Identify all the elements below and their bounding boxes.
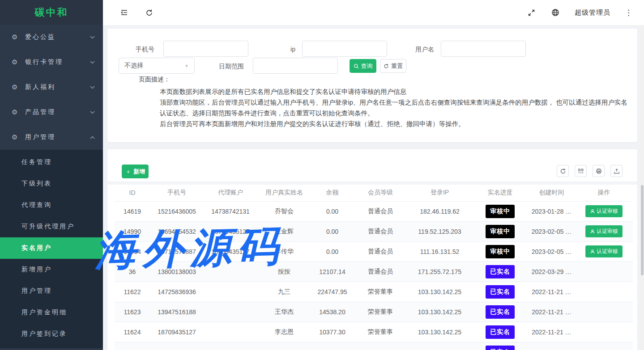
refresh-page-icon[interactable] (144, 8, 154, 17)
sidebar-nav: ⚙ 爱心公益 ⚙ 银行卡管理 ⚙ 新人福利 ⚙ 产品管理 ⚙ 用户管理 任务管理… (0, 25, 103, 348)
fullscreen-icon[interactable] (526, 8, 536, 17)
sidebar-item-product[interactable]: ⚙ 产品管理 (0, 100, 103, 125)
current-user[interactable]: 超级管理员 (575, 8, 610, 17)
audit-button[interactable]: 认证审核 (585, 225, 623, 237)
table-row: 已实名 (115, 342, 633, 350)
kebab-menu-icon[interactable]: ⋮ (625, 8, 632, 17)
col-header-created: 创建时间 (528, 185, 575, 201)
table-refresh-icon[interactable] (557, 165, 569, 177)
submenu-item-upgradable-agent[interactable]: 可升级代理用户 (0, 216, 103, 237)
cell-status: 已实名 (472, 342, 528, 350)
cell-balance: 0.00 (311, 221, 354, 241)
submenu-item-user-checkin[interactable]: 用户签到记录 (0, 323, 103, 345)
add-user-button[interactable]: ＋ 新增 (122, 164, 149, 178)
cell-phone: 18709435127 (150, 322, 204, 342)
description-line: 本页面数据列表展示的是所有已实名用户信息和提交了实名认证申请待审核的用户信息 (160, 86, 632, 97)
cell-created: 2022-11-21 … (528, 322, 575, 342)
ip-label: ip (255, 46, 295, 53)
sidebar-item-charity[interactable]: ⚙ 爱心公益 (0, 25, 103, 50)
gear-icon: ⚙ (12, 83, 20, 91)
search-button[interactable]: 查询 (350, 59, 376, 73)
cell-ip: 103.130.142.25 (407, 302, 472, 322)
chevron-down-icon (90, 36, 95, 39)
submenu-item-subordinate-list[interactable]: 下级列表 (0, 173, 103, 194)
cell-phone: 15713576887 (150, 241, 204, 261)
status-badge: 审核中 (486, 205, 515, 218)
cell-balance: 12107.14 (311, 261, 354, 282)
col-header-level: 会员等级 (354, 185, 407, 201)
cell-level: 普通会员 (354, 261, 407, 282)
col-header-actions: 操作 (575, 185, 633, 201)
collapse-sidebar-icon[interactable] (119, 8, 129, 17)
cell-level: 普通会员 (354, 241, 407, 261)
realname-users-table: ID 手机号 代理账户 用户真实姓名 余额 会员等级 登录IP 实名进度 创建时… (115, 185, 633, 350)
reset-button[interactable]: 重置 (380, 59, 406, 73)
submenu-item-user-management[interactable]: 用户管理 (0, 280, 103, 302)
audit-button[interactable]: 认证审核 (585, 245, 623, 257)
col-header-status: 实名进度 (472, 185, 528, 201)
cell-name: 王华杰 (257, 302, 311, 322)
page-scrollbar[interactable] (640, 25, 644, 350)
top-bar: 超级管理员 ⋮ (103, 0, 644, 25)
language-globe-icon[interactable] (550, 8, 560, 17)
page-description-title: 页面描述： (139, 76, 170, 84)
cell-name: 按按 (257, 261, 311, 282)
scrollbar-thumb[interactable] (641, 185, 644, 275)
print-icon[interactable] (593, 165, 605, 177)
table-row: 1162214725836936九三224747.95荣誉董事103.130.1… (115, 282, 633, 302)
cell-agent: 18709435127 (204, 241, 257, 261)
submenu-item-task[interactable]: 任务管理 (0, 152, 103, 173)
status-badge: 已实名 (486, 325, 515, 339)
chevron-down-icon (90, 86, 95, 89)
cell-actions: 认证审核 (575, 241, 633, 261)
sidebar-item-label: 爱心公益 (25, 33, 90, 41)
sidebar-item-label: 产品管理 (25, 108, 90, 116)
cell-id: 14619 (115, 201, 150, 221)
cell-balance: 0.00 (311, 201, 354, 221)
phone-input[interactable] (163, 41, 248, 57)
cell-ip: 171.255.72.175 (407, 261, 472, 282)
cell-level: 荣誉董事 (354, 302, 407, 322)
sidebar-item-bankcard[interactable]: ⚙ 银行卡管理 (0, 50, 103, 75)
sidebar-item-newcomer[interactable]: ⚙ 新人福利 (0, 75, 103, 100)
export-icon[interactable] (610, 165, 623, 177)
gear-icon: ⚙ (12, 58, 20, 66)
cell-agent: 18709435127 (204, 221, 257, 241)
add-button-label: 新增 (133, 168, 145, 176)
sidebar-item-label: 用户管理 (25, 133, 90, 141)
cell-id: 36 (115, 261, 150, 282)
date-range-input[interactable] (253, 58, 338, 74)
status-badge: 已实名 (486, 346, 515, 350)
audit-button-label: 认证审核 (597, 248, 618, 255)
status-badge: 已实名 (486, 285, 515, 299)
cell-actions (575, 302, 633, 322)
cell-status: 审核中 (472, 241, 528, 261)
submenu-item-agent-query[interactable]: 代理查询 (0, 194, 103, 216)
phone-label: 手机号 (116, 46, 154, 54)
submenu-item-user-funds[interactable]: 用户资金明细 (0, 302, 103, 323)
reset-icon (384, 63, 389, 69)
person-icon (590, 229, 595, 234)
columns-toggle-icon[interactable] (575, 165, 587, 177)
filter-panel: 手机号 ip 用户名 不选择 ▼ 日期范围 查询 重置 页面描述： 本页面数据列… (107, 29, 637, 142)
ip-input[interactable] (302, 41, 387, 57)
cell-created: 2022-11-21 … (528, 302, 575, 322)
cell-level: 普通会员 (354, 221, 407, 241)
cell-balance (311, 342, 354, 350)
sidebar-item-user-management[interactable]: ⚙ 用户管理 (0, 125, 103, 150)
submenu-item-add-user[interactable]: 新增用户 (0, 259, 103, 280)
cell-phone (150, 342, 204, 350)
plus-icon: ＋ (125, 168, 131, 176)
person-icon (590, 249, 595, 254)
cell-actions: 认证审核 (575, 221, 633, 241)
submenu-item-realname-users[interactable]: 实名用户 (0, 237, 103, 259)
table-row: 1162313947516188王华杰14538.20荣誉董事103.130.1… (115, 302, 633, 322)
cell-agent (204, 261, 257, 282)
col-header-phone: 手机号 (150, 185, 204, 201)
username-input[interactable] (441, 41, 526, 57)
audit-button[interactable]: 认证审核 (585, 205, 623, 217)
table-row: 1162418709435127李志恩10377.30荣誉董事103.130.1… (115, 322, 633, 342)
select-value: 不选择 (124, 62, 143, 70)
cell-balance: 10377.30 (311, 322, 354, 342)
realname-status-select[interactable]: 不选择 ▼ (119, 58, 195, 74)
